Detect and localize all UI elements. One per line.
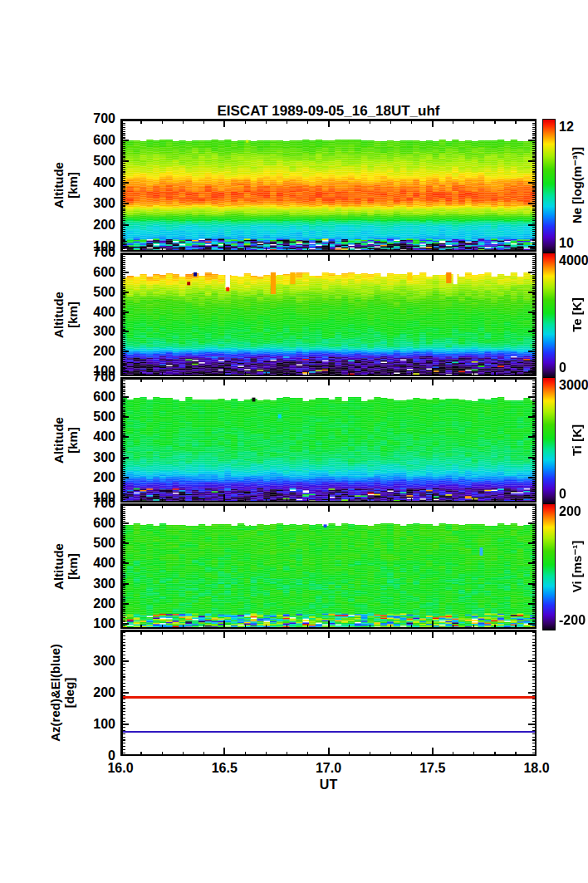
altitude-tick-label: 200 [77, 470, 115, 485]
x-tick-label: 17.5 [419, 761, 445, 776]
x-tick-label: 18.0 [523, 761, 549, 776]
altitude-tick-label: 500 [77, 536, 115, 551]
colorbar-te-title: Te [K] [571, 297, 585, 331]
colorbar-ne-title: Ne [log(m⁻³)] [571, 147, 585, 223]
altitude-tick-label: 700 [77, 245, 115, 260]
altitude-tick-label: 300 [77, 196, 115, 211]
colorbar-vi [542, 503, 556, 630]
altitude-tick-label: 700 [77, 370, 115, 385]
x-tick-label: 16.0 [107, 761, 133, 776]
axis-label-line: Altitude [52, 292, 66, 338]
altitude-tick-label: 400 [77, 429, 115, 444]
colorbar-ti-title: Ti [K] [571, 424, 585, 455]
colorbar-ti [542, 377, 556, 504]
figure-title: EISCAT 1989-09-05_16_18UT_uhf [120, 103, 537, 120]
altitude-axis-label: Altitude[km] [52, 417, 81, 464]
axis-label-line: Altitude [52, 543, 66, 590]
colorbar-te-max-label: 4000 [559, 253, 588, 268]
axis-label-line: [km] [66, 162, 81, 208]
altitude-axis-label: Altitude[km] [52, 292, 81, 338]
colorbar-te-min-label: 0 [559, 361, 566, 375]
x-tick-label: 17.0 [316, 761, 341, 776]
colorbar-ne-min-label: 10 [559, 236, 574, 251]
altitude-tick-label: 200 [77, 218, 115, 233]
altitude-tick-label: 700 [77, 111, 115, 126]
colorbar-ti-max-label: 3000 [559, 378, 588, 393]
colorbar-te [542, 253, 556, 378]
colorbar-ti-min-label: 0 [559, 487, 566, 502]
panel-te-frame [120, 253, 537, 376]
altitude-tick-label: 600 [77, 516, 115, 531]
altitude-tick-label: 500 [77, 410, 115, 424]
axis-label-line: [km] [66, 292, 81, 338]
altitude-tick-label: 300 [77, 450, 115, 465]
panel-ti-frame [120, 377, 537, 503]
colorbar-ne [542, 119, 556, 253]
altitude-tick-label: 200 [77, 596, 115, 611]
altitude-axis-label: Altitude[km] [52, 543, 81, 590]
panel-azel-frame [120, 630, 537, 756]
altitude-tick-label: 300 [77, 576, 115, 591]
altitude-axis-label: Altitude[km] [52, 162, 81, 208]
altitude-tick-label: 100 [77, 616, 115, 631]
panel-ne-frame [120, 119, 537, 252]
altitude-tick-label: 500 [77, 154, 115, 169]
deg-tick-label: 100 [77, 717, 115, 732]
altitude-tick-label: 600 [77, 133, 115, 148]
colorbar-vi-min-label: -200 [559, 613, 586, 628]
deg-tick-label: 200 [77, 685, 115, 700]
altitude-tick-label: 500 [77, 285, 115, 300]
altitude-tick-label: 600 [77, 390, 115, 405]
eiscat-figure: EISCAT 1989-09-05_16_18UT_uhf 1210Ne [lo… [0, 0, 588, 883]
altitude-tick-label: 400 [77, 175, 115, 190]
panel-vi-frame [120, 503, 537, 629]
axis-label-line: Altitude [52, 162, 66, 208]
colorbar-ne-max-label: 12 [559, 120, 574, 135]
axis-label-line: Altitude [52, 417, 66, 464]
azel-axis-label: Az(red)&El(blue)[deg] [49, 644, 77, 742]
deg-tick-label: 300 [77, 654, 115, 669]
altitude-tick-label: 300 [77, 324, 115, 339]
x-tick-label: 16.5 [212, 761, 238, 776]
altitude-tick-label: 700 [77, 496, 115, 511]
colorbar-vi-title: Vi [ms⁻¹] [571, 540, 585, 592]
altitude-tick-label: 400 [77, 305, 115, 320]
axis-label-line: [km] [66, 417, 81, 464]
axis-label-line: Az(red)&El(blue) [49, 644, 63, 742]
altitude-tick-label: 600 [77, 265, 115, 280]
colorbar-vi-max-label: 200 [559, 504, 581, 519]
altitude-tick-label: 400 [77, 556, 115, 571]
altitude-tick-label: 200 [77, 344, 115, 359]
axis-label-line: [km] [66, 543, 81, 590]
axis-label-line: [deg] [63, 644, 77, 742]
x-axis-title: UT [120, 778, 537, 792]
